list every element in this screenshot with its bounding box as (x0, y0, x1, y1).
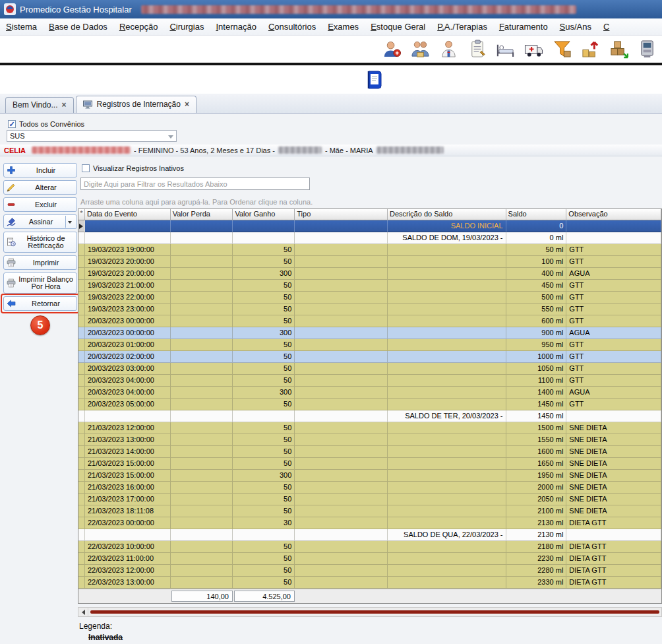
workstation-icon[interactable] (636, 38, 658, 60)
table-row[interactable]: 20/03/2023 00:00:00300900 mlAGUA (78, 327, 661, 339)
table-row[interactable]: 22/03/2023 10:00:00502180 mlDIETA GTT (78, 541, 661, 553)
menu-item-internacao[interactable]: Internação (210, 19, 262, 34)
close-icon[interactable]: × (185, 101, 189, 108)
table-row[interactable]: 21/03/2023 15:00:00501650 mlSNE DIETA (78, 458, 661, 470)
cell-data-evento: 22/03/2023 00:00:00 (85, 517, 171, 529)
table-row[interactable]: 21/03/2023 13:00:00501550 mlSNE DIETA (78, 434, 661, 446)
historico-de-retificacao-button[interactable]: Histórico de Retificação (3, 232, 77, 253)
table-row[interactable]: 21/03/2023 16:00:00502000 mlSNE DIETA (78, 482, 661, 494)
visualizar-inativos-checkbox[interactable]: Visualizar Registros Inativos (82, 164, 184, 172)
title-bar: Promedico Gestão Hospitalar (0, 0, 662, 18)
column-header-observacao[interactable]: Observação (566, 209, 661, 220)
stock-exit-icon[interactable] (607, 38, 630, 60)
cell-saldo: 1450 ml (506, 399, 567, 410)
menu-item-p-a-terapias[interactable]: P.A./Terapias (431, 19, 493, 34)
todos-convenios-checkbox[interactable]: ✓ Todos os Convênios (8, 120, 84, 128)
table-row[interactable]: SALDO DE DOM, 19/03/2023 -0 ml (78, 232, 661, 244)
table-row[interactable]: 19/03/2023 21:00:0050450 mlGTT (78, 280, 661, 292)
cell-saldo: 1100 ml (506, 375, 567, 387)
table-row[interactable]: 22/03/2023 00:00:00302130 mlDIETA GTT (78, 517, 661, 529)
hospital-bed-icon[interactable] (494, 38, 516, 60)
column-header-descricao-do-saldo[interactable]: Descrição do Saldo (388, 209, 506, 220)
patient-search-icon[interactable] (380, 38, 403, 60)
cell-tipo (295, 315, 388, 327)
menu-item-consultorios[interactable]: Consultórios (262, 19, 322, 34)
table-row[interactable]: 20/03/2023 00:00:0050600 mlGTT (78, 315, 661, 327)
table-row[interactable]: SALDO INICIAL0 (78, 220, 661, 232)
column-header-valor-ganho[interactable]: Valor Ganho (233, 209, 295, 220)
table-row[interactable]: 19/03/2023 19:00:005050 mlGTT (78, 244, 661, 256)
row-indicator (78, 458, 85, 470)
cell-tipo (295, 399, 388, 410)
stock-funnel-icon[interactable] (551, 38, 573, 60)
table-row[interactable]: 21/03/2023 14:00:00501600 mlSNE DIETA (78, 446, 661, 458)
assinar-button[interactable]: Assinar (3, 214, 77, 229)
cell-descricao-saldo (388, 446, 506, 458)
tab-registros-internacao[interactable]: Registros de Internação × (76, 96, 196, 113)
menu-item-sistema[interactable]: Sistema (0, 19, 43, 34)
table-row[interactable]: 20/03/2023 03:00:00501050 mlGTT (78, 363, 661, 375)
medical-staff-icon[interactable] (437, 38, 460, 60)
column-header-data-do-evento[interactable]: Data do Evento (85, 209, 171, 220)
cell-saldo: 400 ml (506, 268, 567, 280)
menu-item-c[interactable]: C (597, 19, 615, 34)
excluir-button[interactable]: Excluir (3, 197, 77, 212)
table-row[interactable]: 20/03/2023 05:00:00501450 mlGTT (78, 399, 661, 410)
table-row[interactable]: 22/03/2023 12:00:00502280 mlDIETA GTT (78, 565, 661, 577)
cell-descricao-saldo (388, 339, 506, 351)
button-label: Assinar (18, 218, 64, 226)
table-row[interactable]: 20/03/2023 04:00:00501100 mlGTT (78, 375, 661, 387)
chevron-down-icon[interactable] (168, 135, 173, 139)
checkbox-icon[interactable]: ✓ (8, 120, 16, 128)
table-row[interactable]: 19/03/2023 20:00:0050100 mlGTT (78, 256, 661, 268)
ambulance-icon[interactable] (522, 38, 545, 60)
table-row[interactable]: 22/03/2023 11:00:00502230 mlDIETA GTT (78, 553, 661, 565)
table-row[interactable]: SALDO DE QUA, 22/03/2023 -2130 ml (78, 529, 661, 541)
table-row[interactable]: 20/03/2023 01:00:0050950 mlGTT (78, 339, 661, 351)
table-row[interactable]: 20/03/2023 02:00:00501000 mlGTT (78, 351, 661, 363)
table-row[interactable]: 20/03/2023 04:00:003001400 mlAGUA (78, 387, 661, 399)
menu-item-recepcao[interactable]: Recepção (113, 19, 164, 34)
agenda-book-icon[interactable] (363, 69, 386, 91)
menu-item-sus-ans[interactable]: Sus/Ans (554, 19, 597, 34)
tab-bem-vindo[interactable]: Bem Vindo... × (5, 97, 74, 113)
dropdown-arrow-icon[interactable] (65, 216, 74, 228)
close-icon[interactable]: × (61, 102, 66, 108)
table-row[interactable]: 21/03/2023 17:00:00502050 mlSNE DIETA (78, 494, 661, 505)
column-header-saldo[interactable]: Saldo (506, 209, 567, 220)
column-header-valor-perda[interactable]: Valor Perda (171, 209, 233, 220)
table-row[interactable]: 22/03/2023 13:00:00502330 mlDIETA GTT (78, 577, 661, 589)
table-row[interactable]: 19/03/2023 22:00:0050500 mlGTT (78, 292, 661, 304)
row-indicator (78, 470, 85, 482)
column-header-tipo[interactable]: Tipo (295, 209, 388, 220)
scrollbar-thumb[interactable] (90, 610, 659, 614)
table-row[interactable]: 19/03/2023 20:00:00300400 mlAGUA (78, 268, 661, 280)
menu-item-cirurgias[interactable]: Cirurgias (164, 19, 210, 34)
menu-item-base-de-dados[interactable]: Base de Dados (43, 19, 113, 34)
table-row[interactable]: 21/03/2023 18:11:08502100 mlSNE DIETA (78, 505, 661, 517)
cell-descricao-saldo (388, 351, 506, 363)
filter-input[interactable] (80, 177, 310, 190)
retornar-button[interactable]: Retornar (3, 296, 77, 311)
scroll-left-icon[interactable] (78, 608, 88, 616)
horizontal-scrollbar[interactable] (78, 607, 662, 617)
table-row[interactable]: 21/03/2023 12:00:00501500 mlSNE DIETA (78, 422, 661, 434)
imprimir-balanco-por-hora-button[interactable]: Imprimir Balanço Por Hora (3, 273, 77, 294)
imprimir-button[interactable]: Imprimir (3, 255, 77, 270)
checkbox-icon[interactable] (82, 164, 90, 172)
billing-icon[interactable] (579, 38, 601, 60)
table-row[interactable]: 19/03/2023 23:00:0050550 mlGTT (78, 304, 661, 315)
cell-valor-perda (171, 494, 233, 505)
table-row[interactable]: SALDO DE TER, 20/03/2023 -1450 ml (78, 410, 661, 422)
reception-icon[interactable] (409, 38, 431, 60)
menu-item-estoque-geral[interactable]: Estoque Geral (365, 19, 431, 34)
convenio-select[interactable]: SUS (7, 130, 177, 142)
cell-saldo: 1950 ml (506, 470, 567, 482)
incluir-button[interactable]: Incluir (3, 163, 77, 177)
medical-records-icon[interactable] (466, 38, 488, 60)
alterar-button[interactable]: Alterar (3, 180, 77, 195)
table-row[interactable]: 21/03/2023 15:00:003001950 mlSNE DIETA (78, 470, 661, 482)
menu-item-faturamento[interactable]: Faturamento (493, 19, 554, 34)
table-footer: 140,00 4.525,00 (78, 589, 661, 603)
menu-item-exames[interactable]: Exames (322, 19, 365, 34)
